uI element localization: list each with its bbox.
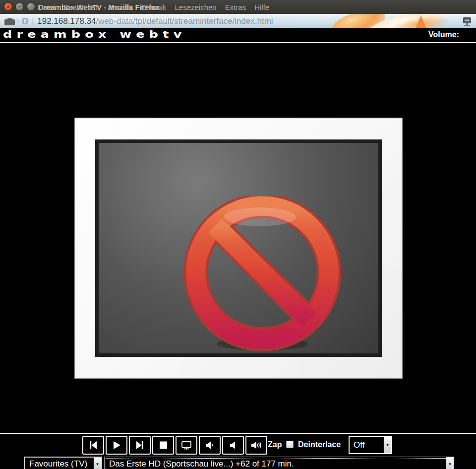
deinterlace-select-value: Off (350, 437, 383, 453)
chevron-icon: › (17, 16, 19, 25)
url-separator: | (32, 17, 34, 25)
volume-down-icon (204, 440, 215, 450)
url-path: /web-data/tpl/default/streaminterface/in… (96, 16, 273, 26)
skip-to-start-button[interactable] (82, 436, 104, 455)
stop-button[interactable] (152, 436, 174, 455)
window-titlebar: × − □ Dreambox WebTV - Mozilla Firefox D… (0, 0, 476, 14)
maximize-icon[interactable]: □ (27, 2, 35, 11)
dreambox-webtv-logo: dreambox webtv (3, 29, 186, 40)
play-button[interactable] (106, 436, 127, 455)
deinterlace-checkbox[interactable] (286, 441, 294, 448)
placeholder-screen (95, 139, 382, 357)
menu-item-ansicht[interactable]: Ansicht (108, 3, 132, 11)
menu-item-extras[interactable]: Extras (225, 3, 246, 11)
deinterlace-label: Deinterlace (298, 440, 341, 449)
skip-to-end-icon (134, 440, 145, 450)
menu-item-chronik[interactable]: Chronik (141, 3, 167, 11)
url-host: 192.168.178.34 (37, 16, 96, 26)
bouquet-select-value: Favourites (TV) (25, 458, 93, 469)
stop-icon (158, 440, 169, 450)
fullscreen-button[interactable] (176, 436, 197, 455)
webtv-header: dreambox webtv Volume: (0, 28, 476, 42)
service-select-value: Das Erste HD (Sportschau live...) +62 of… (105, 457, 446, 469)
url-bar: › | 192.168.178.34/web-data/tpl/default/… (0, 14, 476, 28)
menu-item-lesezeichen[interactable]: Lesezeichen (175, 3, 216, 11)
menubar: Datei Bearbeiten Ansicht Chronik Lesezei… (38, 0, 278, 14)
bookmarks-icon[interactable] (4, 17, 15, 25)
volume-label: Volume: (428, 30, 459, 39)
url-input[interactable]: 192.168.178.34/web-data/tpl/default/stre… (37, 16, 273, 26)
menu-item-datei[interactable]: Datei (38, 3, 55, 11)
bouquet-select[interactable]: Favourites (TV) ▼ (24, 457, 102, 469)
menu-item-hilfe[interactable]: Hilfe (254, 3, 269, 11)
volume-down-button[interactable] (199, 436, 221, 455)
chevron-down-icon: ▼ (446, 457, 454, 469)
volume-up-icon (250, 440, 262, 450)
mute-icon (228, 440, 238, 450)
minimize-icon[interactable]: − (15, 2, 24, 11)
chevron-down-icon: ▼ (93, 458, 101, 469)
deinterlace-select[interactable]: Off ▼ (349, 436, 392, 454)
no-signal-placeholder (74, 118, 403, 379)
volume-up-button[interactable] (245, 436, 267, 455)
close-icon[interactable]: × (4, 2, 12, 11)
skip-to-start-icon (88, 440, 99, 450)
browser-window: × − □ Dreambox WebTV - Mozilla Firefox D… (0, 0, 476, 469)
skip-to-end-button[interactable] (129, 436, 151, 455)
video-stage (0, 43, 476, 433)
mute-button[interactable] (222, 436, 244, 455)
prohibition-sign-icon (184, 196, 341, 354)
site-globe-icon[interactable] (21, 17, 29, 25)
zap-label: Zap (268, 440, 282, 449)
play-icon (111, 440, 122, 450)
chevron-down-icon: ▼ (383, 437, 391, 453)
player-controlbar: Zap Deinterlace Off ▼ (0, 434, 476, 457)
menu-item-bearbeiten[interactable]: Bearbeiten (63, 3, 100, 11)
service-select[interactable]: Das Erste HD (Sportschau live...) +62 of… (104, 457, 454, 469)
fullscreen-monitor-icon (180, 440, 192, 450)
